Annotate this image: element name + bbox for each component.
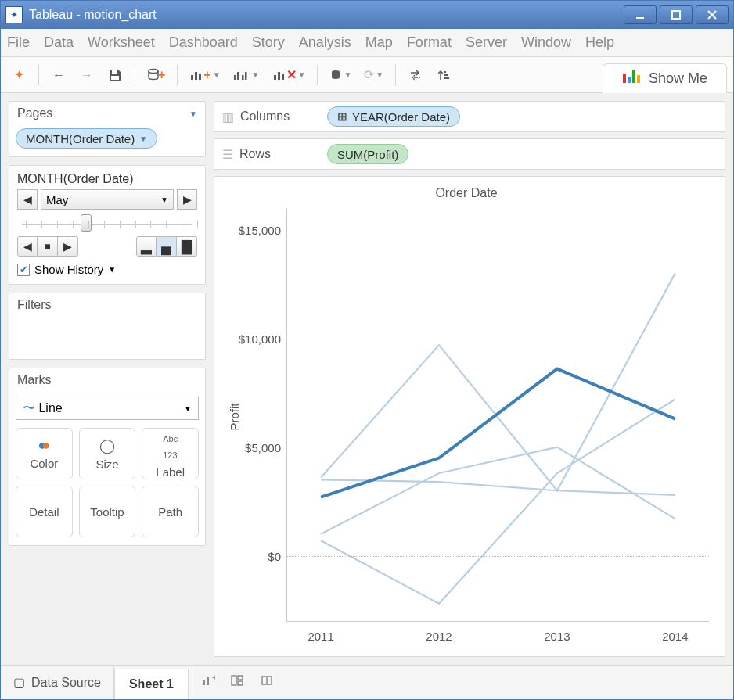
pages-pill[interactable]: MONTH(Order Date)▼ xyxy=(16,128,157,149)
filters-shelf: Filters xyxy=(9,293,206,360)
mark-tooltip-button[interactable]: Tooltip xyxy=(79,486,136,537)
svg-rect-8 xyxy=(195,72,197,80)
pages-title: Pages xyxy=(17,106,52,120)
svg-rect-11 xyxy=(237,72,239,80)
svg-text:+: + xyxy=(212,674,215,682)
dropdown-icon[interactable]: ▼ xyxy=(108,265,116,274)
menu-analysis[interactable]: Analysis xyxy=(299,34,351,51)
mark-detail-button[interactable]: Detail xyxy=(16,486,73,537)
menu-bar: FileDataWorksheetDashboardStoryAnalysisM… xyxy=(1,29,733,57)
pages-control: MONTH(Order Date) ◀ May▼ ▶ ◀ ■ ▶ xyxy=(9,165,206,285)
mark-path-button[interactable]: Path xyxy=(142,486,199,537)
page-slider[interactable] xyxy=(19,216,196,233)
mark-type-select[interactable]: 〜 Line ▼ xyxy=(16,397,199,420)
new-worksheet-button[interactable]: +▼ xyxy=(185,63,224,87)
connect-button[interactable]: ▼ xyxy=(326,63,355,87)
menu-server[interactable]: Server xyxy=(466,34,507,51)
data-source-tab[interactable]: ▢ Data Source xyxy=(1,666,114,699)
svg-rect-19 xyxy=(444,74,448,76)
menu-map[interactable]: Map xyxy=(365,34,393,51)
speed-fast-button[interactable]: ▇ xyxy=(177,236,197,257)
series-mar[interactable] xyxy=(321,273,675,490)
svg-rect-15 xyxy=(278,72,280,80)
skip-forward-button[interactable]: ▶ xyxy=(58,236,78,257)
sheet-tab[interactable]: Sheet 1 xyxy=(114,669,189,699)
marks-card: Marks 〜 Line ▼ ●●Color◯SizeAbc123LabelDe… xyxy=(9,368,206,546)
page-select[interactable]: May▼ xyxy=(41,189,174,210)
tableau-logo-icon[interactable]: ✦ xyxy=(7,63,31,87)
menu-format[interactable]: Format xyxy=(407,34,452,51)
plot-area: $0$5,000$10,000$15,0002011201220132014 xyxy=(286,208,709,622)
toolbar: ✦ ← → + +▼ ▼ ✕▼ ▼ ⟳▼ Show Me xyxy=(1,57,733,93)
svg-rect-4 xyxy=(112,70,117,74)
new-worksheet-icon[interactable]: + xyxy=(201,674,215,691)
maximize-button[interactable] xyxy=(660,5,693,24)
speed-slow-button[interactable]: ▂ xyxy=(136,236,157,257)
duplicate-sheet-button[interactable]: ▼ xyxy=(229,63,264,87)
svg-rect-1 xyxy=(672,11,680,19)
clear-sheet-button[interactable]: ✕▼ xyxy=(268,63,310,87)
forward-button[interactable]: → xyxy=(75,63,99,87)
swap-button[interactable] xyxy=(404,63,427,87)
menu-file[interactable]: File xyxy=(7,34,30,51)
menu-worksheet[interactable]: Worksheet xyxy=(88,34,155,51)
x-tick-label: 2011 xyxy=(308,630,333,643)
slider-thumb[interactable] xyxy=(81,214,92,232)
new-story-icon[interactable] xyxy=(261,674,275,691)
rows-pill[interactable]: SUM(Profit) xyxy=(327,144,408,164)
show-me-label: Show Me xyxy=(649,70,707,87)
x-tick-label: 2012 xyxy=(426,630,452,643)
visualization[interactable]: Order Date Profit $0$5,000$10,000$15,000… xyxy=(214,176,725,657)
skip-back-button[interactable]: ◀ xyxy=(17,236,38,257)
svg-rect-10 xyxy=(234,75,236,80)
series-feb[interactable] xyxy=(321,400,675,604)
svg-rect-9 xyxy=(199,74,201,80)
rows-shelf[interactable]: ☰Rows SUM(Profit) xyxy=(214,138,725,170)
series-apr[interactable] xyxy=(321,447,675,534)
title-bar: ✦ Tableau - motion_chart xyxy=(1,1,733,29)
filters-title: Filters xyxy=(17,298,52,312)
speed-med-button[interactable]: ▄ xyxy=(157,236,177,257)
save-button[interactable] xyxy=(103,63,127,87)
menu-story[interactable]: Story xyxy=(252,34,285,51)
dropdown-icon[interactable]: ▼ xyxy=(189,109,197,118)
menu-dashboard[interactable]: Dashboard xyxy=(169,34,238,51)
window-title: Tableau - motion_chart xyxy=(29,8,624,22)
y-tick-label: $5,000 xyxy=(231,440,281,454)
svg-rect-21 xyxy=(203,680,205,685)
back-button[interactable]: ← xyxy=(47,63,70,87)
stop-button[interactable]: ■ xyxy=(38,236,58,257)
svg-rect-18 xyxy=(444,77,449,79)
menu-data[interactable]: Data xyxy=(44,34,74,51)
mark-label-button[interactable]: Abc123Label xyxy=(142,428,199,479)
y-axis-label: Profit xyxy=(228,403,241,430)
new-dashboard-icon[interactable] xyxy=(231,674,245,691)
next-page-button[interactable]: ▶ xyxy=(177,189,197,210)
columns-shelf[interactable]: ▥Columns ⊞YEAR(Order Date) xyxy=(214,101,725,132)
datasource-button[interactable]: + xyxy=(143,63,169,87)
svg-rect-5 xyxy=(111,76,119,80)
svg-rect-24 xyxy=(232,676,236,685)
pages-field-label: MONTH(Order Date) xyxy=(17,172,197,186)
columns-pill[interactable]: ⊞YEAR(Order Date) xyxy=(327,106,460,127)
rows-icon: ☰ xyxy=(222,147,233,162)
x-tick-label: 2013 xyxy=(544,630,570,643)
mark-size-button[interactable]: ◯Size xyxy=(79,428,136,479)
prev-page-button[interactable]: ◀ xyxy=(17,189,38,210)
sort-asc-button[interactable] xyxy=(432,63,455,87)
menu-help[interactable]: Help xyxy=(585,34,614,51)
columns-icon: ▥ xyxy=(222,109,234,124)
menu-window[interactable]: Window xyxy=(521,34,571,51)
tableau-app-icon: ✦ xyxy=(5,6,23,23)
show-history-label: Show History xyxy=(34,263,103,276)
show-me-button[interactable]: Show Me xyxy=(603,63,727,93)
refresh-button[interactable]: ⟳▼ xyxy=(360,63,387,87)
svg-rect-14 xyxy=(274,75,276,80)
svg-rect-26 xyxy=(238,681,243,685)
minimize-button[interactable] xyxy=(624,5,657,24)
show-history-checkbox[interactable]: ✔ xyxy=(17,264,30,276)
mark-color-button[interactable]: ●●Color xyxy=(16,428,73,479)
close-button[interactable] xyxy=(696,5,729,24)
svg-rect-22 xyxy=(207,677,209,685)
svg-rect-20 xyxy=(444,71,446,73)
